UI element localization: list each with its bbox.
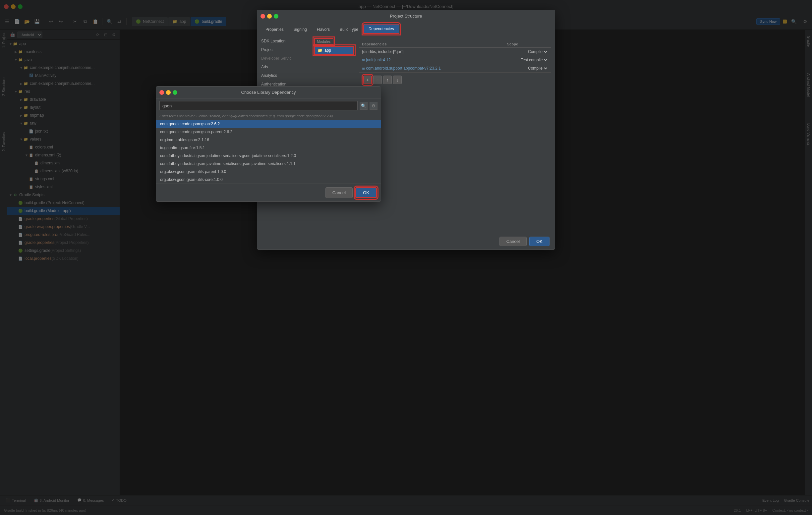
dep-name-1: m junit:junit:4.12 <box>359 56 504 64</box>
modal-maximize[interactable] <box>274 14 279 19</box>
lib-result-2[interactable]: org.immutables:gson:2.1.16 <box>156 136 381 144</box>
lib-result-4[interactable]: com.fatboyindustrial.gson-jodatime-seria… <box>156 152 381 160</box>
lib-result-6[interactable]: org.aksw.gson:gson-utils-parent:1.0.0 <box>156 168 381 176</box>
lib-result-5[interactable]: com.fatboyindustrial.gson-javatime-seria… <box>156 160 381 168</box>
library-dependency-dialog: Choose Library Dependency 🔍 ⚙ Enter term… <box>156 86 381 202</box>
scope-select-0[interactable]: Compile <box>527 49 548 54</box>
dep-name-0: {dir=libs, include=[*.jar]} <box>359 48 504 56</box>
modal-title: Project Structure <box>390 13 422 19</box>
dep-name-2: m com.android.support:appcompat-v7:23.2.… <box>359 64 504 73</box>
dep-scope-1[interactable]: Test compile <box>504 56 551 64</box>
lib-search-bar: 🔍 ⚙ <box>156 98 381 113</box>
ps-nav-developer-services: Developer Servic <box>257 54 310 63</box>
dependencies-table: Dependencies Scope {dir=libs, include=[*… <box>359 41 551 73</box>
ps-tab-dependencies[interactable]: Dependencies <box>363 24 399 34</box>
module-app-label: app <box>324 48 331 53</box>
modules-section: Modules 📁 app <box>314 38 354 87</box>
lib-search-hint: Enter terms for Maven Central search, or… <box>156 113 381 120</box>
lib-maximize[interactable] <box>173 90 177 95</box>
ps-tabs: Properties Signing Flavors Build Type De… <box>257 22 555 34</box>
modal-overlay: Project Structure Properties Signing Fla… <box>0 0 812 515</box>
lib-search-button[interactable]: 🔍 <box>359 102 368 110</box>
lib-dialog-title-bar: Choose Library Dependency <box>156 86 381 98</box>
dependencies-section: Dependencies Scope {dir=libs, include=[*… <box>359 38 551 87</box>
move-down-button[interactable]: ↓ <box>393 76 402 84</box>
ps-tab-buildtype[interactable]: Build Type <box>335 25 363 34</box>
lib-dialog-traffic-lights <box>160 90 177 95</box>
dep-header: Dependencies <box>359 41 504 48</box>
scope-select-1[interactable]: Test compile <box>519 57 548 63</box>
lib-result-0[interactable]: com.google.code.gson:gson:2.6.2 <box>156 120 381 128</box>
lib-result-1[interactable]: com.google.code.gson:gson-parent:2.6.2 <box>156 128 381 136</box>
lib-search-input[interactable] <box>160 101 358 110</box>
lib-cancel-button[interactable]: Cancel <box>325 187 353 198</box>
lib-settings-button[interactable]: ⚙ <box>370 102 377 110</box>
ps-nav-sdk-location[interactable]: SDK Location <box>257 37 310 46</box>
move-up-button[interactable]: ↑ <box>383 76 392 84</box>
lib-dialog-footer: Cancel OK <box>156 184 381 201</box>
add-dep-button[interactable]: + <box>363 76 372 84</box>
ps-cancel-button[interactable]: Cancel <box>499 237 527 246</box>
scope-header: Scope <box>504 41 551 48</box>
modal-minimize[interactable] <box>267 14 272 19</box>
modal-traffic-lights <box>261 14 279 19</box>
ps-tab-flavors[interactable]: Flavors <box>312 25 335 34</box>
ps-nav-project[interactable]: Project <box>257 46 310 54</box>
deps-toolbar: + − ↑ ↓ <box>359 73 551 87</box>
lib-result-7[interactable]: org.aksw.gson:gson-utils-core:1.0.0 <box>156 176 381 183</box>
lib-close[interactable] <box>160 90 164 95</box>
dep-link-1[interactable]: junit:junit:4.12 <box>366 58 391 62</box>
lib-result-3[interactable]: io.gsonfire:gson-fire:1.5.1 <box>156 144 381 152</box>
ps-nav-ads[interactable]: Ads <box>257 63 310 71</box>
ide-window: app — NetConnect — [~/Downloads/NetConne… <box>0 0 812 515</box>
ps-nav-analytics[interactable]: Analytics <box>257 71 310 80</box>
dep-row-1: m junit:junit:4.12 Test compile <box>359 56 551 64</box>
lib-results-list: com.google.code.gson:gson:2.6.2 com.goog… <box>156 120 381 184</box>
ps-ok-button[interactable]: OK <box>529 237 550 246</box>
ps-footer: Cancel OK <box>257 233 555 250</box>
maven-icon-2: m <box>362 66 365 70</box>
module-app-icon: 📁 <box>318 48 322 53</box>
modal-title-bar: Project Structure <box>257 10 555 22</box>
dep-row-0: {dir=libs, include=[*.jar]} Compile <box>359 48 551 56</box>
dep-scope-0[interactable]: Compile <box>504 48 551 56</box>
maven-icon-1: m <box>362 58 365 62</box>
ps-tab-properties[interactable]: Properties <box>261 25 289 34</box>
dep-scope-2[interactable]: Compile <box>504 64 551 73</box>
lib-ok-button[interactable]: OK <box>355 187 377 198</box>
modal-close[interactable] <box>261 14 265 19</box>
scope-select-2[interactable]: Compile <box>527 66 548 71</box>
module-app[interactable]: 📁 app <box>314 46 354 55</box>
lib-dialog-title: Choose Library Dependency <box>241 90 296 95</box>
remove-dep-button[interactable]: − <box>373 76 382 84</box>
dep-link-2[interactable]: com.android.support:appcompat-v7:23.2.1 <box>366 66 441 70</box>
dep-row-2: m com.android.support:appcompat-v7:23.2.… <box>359 64 551 73</box>
modules-label: Modules <box>314 38 334 45</box>
lib-minimize[interactable] <box>166 90 171 95</box>
ps-tab-signing[interactable]: Signing <box>289 25 312 34</box>
